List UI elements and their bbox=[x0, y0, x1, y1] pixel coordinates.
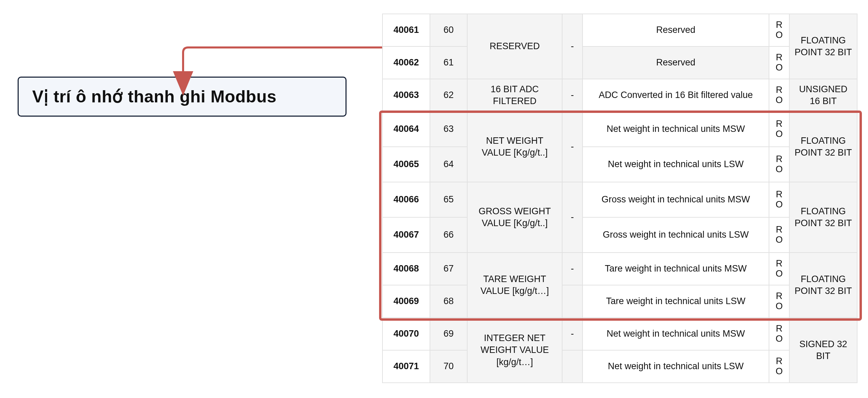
cell-desc: Net weight in technical units MSW bbox=[583, 318, 769, 350]
cell-index: 67 bbox=[430, 253, 467, 285]
cell-desc: Reserved bbox=[583, 14, 769, 46]
cell-addr: 40070 bbox=[382, 318, 430, 350]
cell-dash bbox=[562, 350, 583, 383]
cell-name: RESERVED bbox=[467, 14, 562, 79]
cell-desc: ADC Converted in 16 Bit filtered value bbox=[583, 79, 769, 112]
table-row: 40069 68 Tare weight in technical units … bbox=[382, 285, 857, 318]
cell-desc: Gross weight in technical units MSW bbox=[583, 182, 769, 217]
cell-rw: RO bbox=[769, 112, 789, 147]
cell-dash: - bbox=[562, 112, 583, 182]
cell-rw: RO bbox=[769, 182, 789, 217]
cell-rw: RO bbox=[769, 217, 789, 253]
cell-dash: - bbox=[562, 14, 583, 79]
cell-rw: RO bbox=[769, 79, 789, 112]
table-row: 40067 66 Gross weight in technical units… bbox=[382, 217, 857, 253]
cell-addr: 40065 bbox=[382, 147, 430, 182]
table-row: 40065 64 Net weight in technical units L… bbox=[382, 147, 857, 182]
cell-addr: 40071 bbox=[382, 350, 430, 383]
cell-type: FLOATING POINT 32 BIT bbox=[789, 253, 857, 318]
cell-rw: RO bbox=[769, 350, 789, 383]
table-row: 40063 62 16 BIT ADC FILTERED - ADC Conve… bbox=[382, 79, 857, 112]
cell-index: 69 bbox=[430, 318, 467, 350]
table-row: 40070 69 INTEGER NET WEIGHT VALUE [kg/g/… bbox=[382, 318, 857, 350]
table-row: 40068 67 TARE WEIGHT VALUE [kg/g/t…] - T… bbox=[382, 253, 857, 285]
cell-rw: RO bbox=[769, 253, 789, 285]
cell-rw: RO bbox=[769, 285, 789, 318]
cell-index: 62 bbox=[430, 79, 467, 112]
cell-name: 16 BIT ADC FILTERED bbox=[467, 79, 562, 112]
cell-rw: RO bbox=[769, 147, 789, 182]
cell-name: INTEGER NET WEIGHT VALUE [kg/g/t…] bbox=[467, 318, 562, 383]
cell-addr: 40067 bbox=[382, 217, 430, 253]
cell-type: FLOATING POINT 32 BIT bbox=[789, 14, 857, 79]
cell-dash: - bbox=[562, 318, 583, 350]
cell-name: GROSS WEIGHT VALUE [Kg/g/t..] bbox=[467, 182, 562, 253]
modbus-register-table: 40061 60 RESERVED - Reserved RO FLOATING… bbox=[382, 14, 857, 383]
cell-rw: RO bbox=[769, 14, 789, 46]
table-row: 40061 60 RESERVED - Reserved RO FLOATING… bbox=[382, 14, 857, 46]
cell-addr: 40063 bbox=[382, 79, 430, 112]
cell-name: NET WEIGHT VALUE [Kg/g/t..] bbox=[467, 112, 562, 182]
cell-desc: Net weight in technical units LSW bbox=[583, 350, 769, 383]
callout-label: Vị trí ô nhớ thanh ghi Modbus bbox=[32, 87, 277, 106]
cell-index: 61 bbox=[430, 46, 467, 79]
cell-type: SIGNED 32 BIT bbox=[789, 318, 857, 383]
cell-index: 64 bbox=[430, 147, 467, 182]
cell-dash bbox=[562, 285, 583, 318]
cell-addr: 40068 bbox=[382, 253, 430, 285]
cell-desc: Net weight in technical units MSW bbox=[583, 112, 769, 147]
cell-type: FLOATING POINT 32 BIT bbox=[789, 112, 857, 182]
cell-rw: RO bbox=[769, 318, 789, 350]
cell-addr: 40064 bbox=[382, 112, 430, 147]
cell-desc: Gross weight in technical units LSW bbox=[583, 217, 769, 253]
cell-dash: - bbox=[562, 79, 583, 112]
cell-addr: 40069 bbox=[382, 285, 430, 318]
callout-box: Vị trí ô nhớ thanh ghi Modbus bbox=[18, 77, 347, 117]
cell-dash: - bbox=[562, 253, 583, 285]
table-row: 40064 63 NET WEIGHT VALUE [Kg/g/t..] - N… bbox=[382, 112, 857, 147]
cell-rw: RO bbox=[769, 46, 789, 79]
cell-index: 70 bbox=[430, 350, 467, 383]
cell-desc: Tare weight in technical units MSW bbox=[583, 253, 769, 285]
cell-index: 66 bbox=[430, 217, 467, 253]
table-row: 40062 61 Reserved RO bbox=[382, 46, 857, 79]
cell-type: FLOATING POINT 32 BIT bbox=[789, 182, 857, 253]
cell-addr: 40061 bbox=[382, 14, 430, 46]
cell-type: UNSIGNED 16 BIT bbox=[789, 79, 857, 112]
table-row: 40066 65 GROSS WEIGHT VALUE [Kg/g/t..] -… bbox=[382, 182, 857, 217]
cell-addr: 40062 bbox=[382, 46, 430, 79]
cell-index: 68 bbox=[430, 285, 467, 318]
cell-name: TARE WEIGHT VALUE [kg/g/t…] bbox=[467, 253, 562, 318]
cell-desc: Reserved bbox=[583, 46, 769, 79]
cell-addr: 40066 bbox=[382, 182, 430, 217]
cell-index: 65 bbox=[430, 182, 467, 217]
cell-index: 60 bbox=[430, 14, 467, 46]
cell-desc: Net weight in technical units LSW bbox=[583, 147, 769, 182]
table-row: 40071 70 Net weight in technical units L… bbox=[382, 350, 857, 383]
cell-dash: - bbox=[562, 182, 583, 253]
cell-desc: Tare weight in technical units LSW bbox=[583, 285, 769, 318]
cell-index: 63 bbox=[430, 112, 467, 147]
